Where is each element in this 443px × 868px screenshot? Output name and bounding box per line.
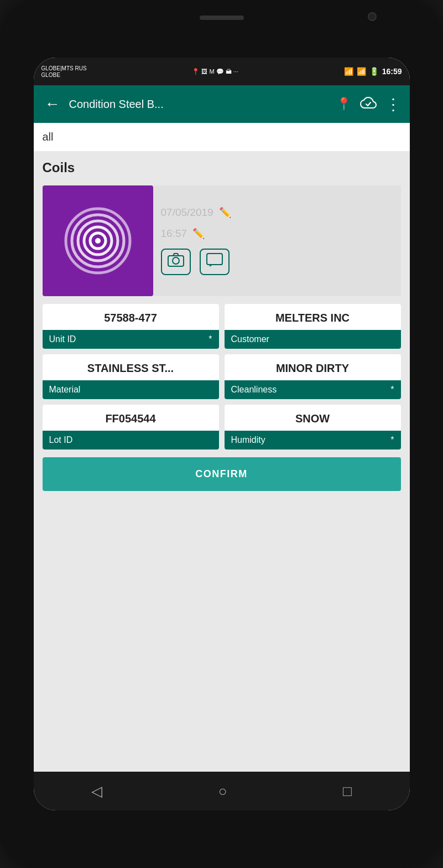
field-card-humidity[interactable]: SNOW Humidity *: [225, 405, 401, 450]
phone-speaker: [200, 16, 244, 20]
field-value-unit-id: 57588-477: [43, 304, 219, 330]
confirm-button[interactable]: CONFIRM: [43, 457, 401, 491]
time-row: 16:57 ✏️: [161, 228, 395, 240]
field-value-material: STAINLESS ST...: [43, 354, 219, 380]
field-label-material: Material: [43, 380, 219, 399]
field-value-cleanliness: MINOR DIRTY: [225, 354, 401, 380]
phone-screen: GLOBE|MTS RUS GLOBE 📍 🖼 M 💬 🏔 ··· 📶 📶 🔋 …: [34, 58, 410, 810]
filter-bar: all: [34, 123, 410, 151]
section-title: Coils: [43, 160, 401, 175]
required-marker-cleanliness: *: [390, 385, 394, 395]
coil-image: [43, 185, 153, 296]
bottom-nav: ◁ ○ □: [34, 772, 410, 810]
wifi-icon: 📶: [344, 67, 353, 76]
carrier-info: GLOBE|MTS RUS GLOBE: [41, 65, 87, 78]
field-card-cleanliness[interactable]: MINOR DIRTY Cleanliness *: [225, 354, 401, 399]
time-edit-icon[interactable]: ✏️: [192, 228, 205, 240]
phone-outer: GLOBE|MTS RUS GLOBE 📍 🖼 M 💬 🏔 ··· 📶 📶 🔋 …: [0, 0, 443, 868]
back-nav-button[interactable]: ◁: [80, 777, 113, 805]
field-card-unit-id[interactable]: 57588-477 Unit ID *: [43, 304, 219, 349]
nav-bar: ← Condition Steel B... 📍 ⋮: [34, 85, 410, 123]
field-label-customer: Customer: [225, 330, 401, 349]
field-grid: 57588-477 Unit ID * MELTERS INC Customer…: [43, 304, 401, 450]
camera-button[interactable]: [161, 249, 191, 275]
field-value-customer: MELTERS INC: [225, 304, 401, 330]
nav-title: Condition Steel B...: [69, 98, 330, 111]
card-meta: 07/05/2019 ✏️ 16:57 ✏️: [161, 185, 401, 296]
phone-camera: [368, 12, 377, 21]
status-right: 📶 📶 🔋 16:59: [344, 67, 402, 76]
field-card-lot-id[interactable]: FF054544 Lot ID: [43, 405, 219, 450]
date-edit-icon[interactable]: ✏️: [219, 206, 231, 219]
comment-button[interactable]: [200, 249, 230, 275]
required-marker-humidity: *: [390, 435, 394, 445]
status-icons: 📍 🖼 M 💬 🏔 ···: [192, 68, 238, 75]
field-card-customer[interactable]: MELTERS INC Customer: [225, 304, 401, 349]
content-area: Coils 07/05/2019 ✏️: [34, 151, 410, 772]
battery-icon: 🔋: [369, 67, 379, 76]
card-header: 07/05/2019 ✏️ 16:57 ✏️: [43, 185, 401, 296]
carrier-name: GLOBE|MTS RUS: [41, 65, 87, 71]
time-value: 16:57: [161, 228, 187, 240]
camera-icon: [168, 253, 184, 271]
time-display: 16:59: [382, 67, 402, 76]
svg-point-7: [173, 257, 179, 264]
date-value: 07/05/2019: [161, 206, 213, 219]
nav-icons: 📍 ⋮: [336, 95, 401, 113]
field-card-material[interactable]: STAINLESS ST... Material: [43, 354, 219, 399]
back-button[interactable]: ←: [43, 93, 62, 115]
required-marker-unit-id: *: [209, 334, 212, 344]
field-value-humidity: SNOW: [225, 405, 401, 431]
action-row: [161, 249, 395, 275]
coil-svg: [62, 205, 134, 277]
svg-rect-8: [207, 254, 222, 265]
filter-value: all: [43, 131, 54, 143]
pin-icon[interactable]: 📍: [336, 97, 351, 111]
app-icons: 📍 🖼 M 💬 🏔 ···: [192, 68, 238, 75]
cloud-icon[interactable]: [360, 96, 377, 113]
field-label-lot-id: Lot ID: [43, 431, 219, 450]
field-label-humidity: Humidity *: [225, 431, 401, 450]
svg-point-5: [95, 238, 101, 244]
comment-icon: [206, 253, 223, 271]
more-icon[interactable]: ⋮: [385, 95, 401, 113]
recent-nav-button[interactable]: □: [332, 777, 363, 805]
field-label-unit-id: Unit ID *: [43, 330, 219, 349]
field-value-lot-id: FF054544: [43, 405, 219, 431]
date-row: 07/05/2019 ✏️: [161, 206, 395, 219]
signal-icon: 📶: [357, 67, 366, 76]
field-label-cleanliness: Cleanliness *: [225, 380, 401, 399]
home-nav-button[interactable]: ○: [207, 777, 238, 805]
status-bar: GLOBE|MTS RUS GLOBE 📍 🖼 M 💬 🏔 ··· 📶 📶 🔋 …: [34, 58, 410, 85]
carrier-name2: GLOBE: [41, 72, 87, 78]
